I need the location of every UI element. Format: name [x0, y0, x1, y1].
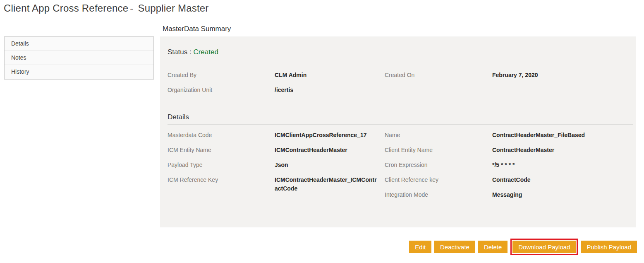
- organization-unit-value: /icertis: [275, 86, 385, 93]
- sidebar-item-notes[interactable]: Notes: [5, 51, 153, 65]
- icm-entity-name-value: ICMContractHeaderMaster: [275, 146, 385, 153]
- status-badge: Created: [193, 48, 218, 56]
- page-title: Client App Cross Reference- Supplier Mas…: [4, 2, 209, 14]
- details-section-heading: Details: [168, 113, 633, 121]
- status-divider: [168, 61, 633, 61]
- download-payload-highlight-box: Download Payload: [510, 239, 578, 255]
- masterdata-code-label: Masterdata Code: [168, 131, 275, 138]
- left-nav: Details Notes History: [4, 36, 154, 80]
- icm-entity-name-label: ICM Entity Name: [168, 146, 275, 153]
- edit-button[interactable]: Edit: [409, 241, 431, 253]
- client-entity-name-label: Client Entity Name: [385, 146, 492, 153]
- details-divider: [168, 124, 633, 125]
- created-on-label: Created On: [385, 71, 492, 78]
- page-title-main: Client App Cross Reference: [4, 2, 128, 14]
- sidebar-item-history[interactable]: History: [5, 65, 153, 79]
- created-by-label: Created By: [168, 71, 275, 78]
- status-label: Status :: [168, 48, 192, 56]
- download-payload-button[interactable]: Download Payload: [512, 241, 576, 253]
- deactivate-button[interactable]: Deactivate: [434, 241, 475, 253]
- delete-button[interactable]: Delete: [478, 241, 508, 253]
- masterdata-summary-panel: Status : Created Created By CLM Admin Cr…: [160, 36, 636, 227]
- client-reference-key-value: ContractCode: [492, 176, 633, 183]
- integration-mode-label: Integration Mode: [385, 191, 492, 198]
- summary-fields-grid: Created By CLM Admin Created On February…: [168, 71, 633, 101]
- name-label: Name: [385, 131, 492, 138]
- name-value: ContractHeaderMaster_FileBased: [492, 131, 633, 138]
- publish-payload-button[interactable]: Publish Payload: [581, 241, 637, 253]
- cron-expression-label: Cron Expression: [385, 161, 492, 168]
- details-fields-grid: Masterdata Code ICMClientAppCrossReferen…: [168, 131, 633, 206]
- icm-reference-key-label: ICM Reference Key: [168, 176, 275, 183]
- sidebar-item-label: Details: [11, 40, 29, 47]
- sidebar-item-details[interactable]: Details: [5, 37, 153, 51]
- masterdata-summary-heading: MasterData Summary: [163, 25, 231, 33]
- payload-type-label: Payload Type: [168, 161, 275, 168]
- organization-unit-label: Organization Unit: [168, 86, 275, 93]
- page-title-separator: -: [128, 2, 135, 14]
- actions-bar: Edit Deactivate Delete Download Payload …: [409, 241, 637, 253]
- cron-expression-value: */5 * * * *: [492, 161, 633, 168]
- payload-type-value: Json: [275, 161, 385, 168]
- page-subtitle: Supplier Master: [138, 2, 208, 14]
- sidebar-item-label: History: [11, 68, 29, 75]
- client-entity-name-value: ContractHeaderMaster: [492, 146, 633, 153]
- sidebar-item-label: Notes: [11, 54, 26, 61]
- icm-reference-key-value: ICMContractHeaderMaster_ICMContractCode: [275, 175, 385, 193]
- client-reference-key-label: Client Reference key: [385, 176, 492, 183]
- status-row: Status : Created: [168, 36, 633, 56]
- created-by-value: CLM Admin: [275, 71, 385, 78]
- masterdata-code-value: ICMClientAppCrossReference_17: [275, 131, 385, 138]
- created-on-value: February 7, 2020: [492, 71, 633, 78]
- integration-mode-value: Messaging: [492, 191, 633, 198]
